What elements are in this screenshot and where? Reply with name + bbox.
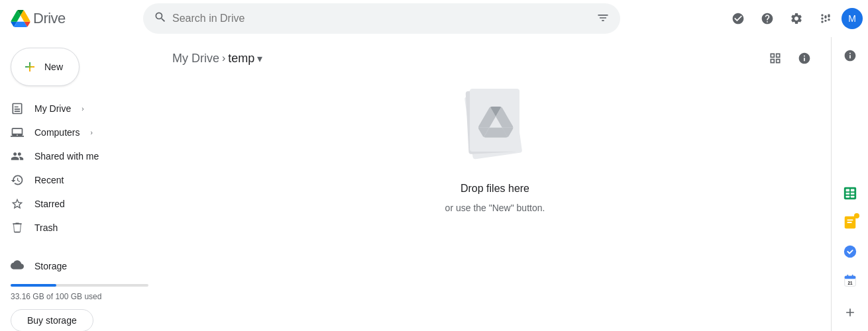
breadcrumb-current-text: temp bbox=[228, 52, 254, 66]
svg-rect-4 bbox=[845, 189, 849, 192]
search-icon bbox=[154, 11, 167, 27]
tasks-button[interactable] bbox=[837, 238, 863, 265]
svg-point-13 bbox=[843, 246, 855, 258]
new-label: New bbox=[44, 62, 63, 72]
shared-icon bbox=[11, 150, 24, 163]
apps-icon-btn[interactable] bbox=[812, 5, 839, 32]
svg-rect-7 bbox=[850, 193, 854, 195]
breadcrumb-separator: › bbox=[222, 52, 225, 64]
new-button[interactable]: New bbox=[11, 48, 80, 86]
drive-logo: Drive bbox=[11, 10, 66, 27]
content-actions bbox=[762, 45, 818, 71]
drive-logo-icon bbox=[11, 10, 30, 27]
chevron-right-icon: › bbox=[81, 105, 83, 113]
drop-files-illustration bbox=[455, 77, 535, 169]
sidebar-item-my-drive[interactable]: My Drive › bbox=[0, 97, 148, 120]
sidebar-item-label: Shared with me bbox=[34, 151, 99, 162]
avatar[interactable]: M bbox=[841, 8, 863, 29]
svg-text:21: 21 bbox=[847, 281, 853, 285]
sidebar-item-recent[interactable]: Recent bbox=[0, 168, 148, 192]
header-actions: M bbox=[725, 5, 863, 32]
empty-state: Drop files here or use the "New" button. bbox=[159, 77, 831, 213]
trash-icon bbox=[11, 221, 24, 234]
empty-state-title: Drop files here bbox=[461, 183, 529, 195]
info-button[interactable] bbox=[791, 45, 818, 71]
starred-icon bbox=[11, 197, 24, 211]
new-plus-icon bbox=[22, 59, 38, 75]
empty-state-subtitle: or use the "New" button. bbox=[445, 203, 545, 213]
sidebar-item-label: Computers bbox=[34, 127, 80, 138]
content-header: My Drive › temp ▾ bbox=[159, 37, 831, 77]
svg-rect-15 bbox=[844, 276, 855, 279]
svg-rect-9 bbox=[850, 196, 854, 198]
app: Drive bbox=[0, 0, 868, 331]
storage-section: Storage 33.16 GB of 100 GB used Buy stor… bbox=[0, 250, 159, 331]
computers-icon bbox=[11, 126, 24, 139]
cloud-icon bbox=[11, 258, 24, 273]
main-content-wrapper: Drop files here or use the "New" button. bbox=[159, 77, 831, 331]
right-sidebar: 21 bbox=[831, 37, 868, 331]
main-content: My Drive › temp ▾ bbox=[159, 37, 831, 331]
help-icon-btn[interactable] bbox=[754, 5, 781, 32]
recent-icon bbox=[11, 173, 24, 187]
my-drive-icon bbox=[11, 102, 24, 115]
svg-rect-2 bbox=[470, 89, 519, 152]
sidebar-item-computers[interactable]: Computers › bbox=[0, 120, 148, 144]
grid-view-button[interactable] bbox=[762, 45, 788, 71]
sidebar-item-starred[interactable]: Starred bbox=[0, 192, 148, 216]
svg-rect-16 bbox=[847, 275, 848, 277]
sidebar-item-label: My Drive bbox=[34, 103, 71, 114]
app-title: Drive bbox=[33, 10, 66, 27]
sidebar-item-label: Recent bbox=[34, 175, 64, 185]
storage-title: Storage bbox=[34, 261, 67, 271]
logo-area: Drive bbox=[5, 10, 138, 27]
svg-rect-17 bbox=[851, 275, 853, 277]
header: Drive bbox=[0, 0, 868, 37]
sidebar-item-label: Starred bbox=[34, 199, 65, 209]
content-area: New My Drive › Computers bbox=[0, 37, 868, 331]
keep-button[interactable] bbox=[837, 209, 863, 236]
sidebar: New My Drive › Computers bbox=[0, 37, 159, 331]
breadcrumb: My Drive › temp ▾ bbox=[172, 52, 262, 66]
details-panel-button[interactable] bbox=[837, 42, 863, 69]
sidebar-item-label: Trash bbox=[34, 222, 58, 233]
add-apps-button[interactable] bbox=[837, 299, 863, 326]
svg-rect-5 bbox=[850, 189, 854, 192]
checked-icon-btn[interactable] bbox=[725, 5, 751, 32]
settings-icon-btn[interactable] bbox=[783, 5, 810, 32]
svg-rect-6 bbox=[845, 193, 849, 195]
sheets-button[interactable] bbox=[837, 180, 863, 207]
search-bar[interactable] bbox=[143, 3, 620, 34]
svg-rect-11 bbox=[847, 219, 853, 220]
sidebar-item-shared-with-me[interactable]: Shared with me bbox=[0, 144, 148, 168]
calendar-button[interactable]: 21 bbox=[837, 267, 863, 294]
storage-bar-fill bbox=[11, 284, 56, 287]
chevron-down-icon: ▾ bbox=[257, 52, 262, 65]
storage-bar bbox=[11, 284, 148, 287]
notification-badge bbox=[854, 213, 859, 218]
chevron-right-icon: › bbox=[90, 129, 92, 136]
search-input[interactable] bbox=[172, 13, 591, 24]
svg-rect-8 bbox=[845, 196, 849, 198]
storage-used-text: 33.16 GB of 100 GB used bbox=[11, 292, 148, 301]
storage-label: Storage bbox=[11, 256, 148, 276]
sidebar-item-trash[interactable]: Trash bbox=[0, 216, 148, 240]
svg-rect-12 bbox=[847, 222, 851, 223]
empty-state-illustration bbox=[455, 77, 535, 169]
search-filter-icon[interactable] bbox=[596, 11, 610, 26]
breadcrumb-current[interactable]: temp ▾ bbox=[228, 52, 262, 66]
buy-storage-button[interactable]: Buy storage bbox=[11, 309, 93, 331]
breadcrumb-parent[interactable]: My Drive bbox=[172, 52, 219, 66]
